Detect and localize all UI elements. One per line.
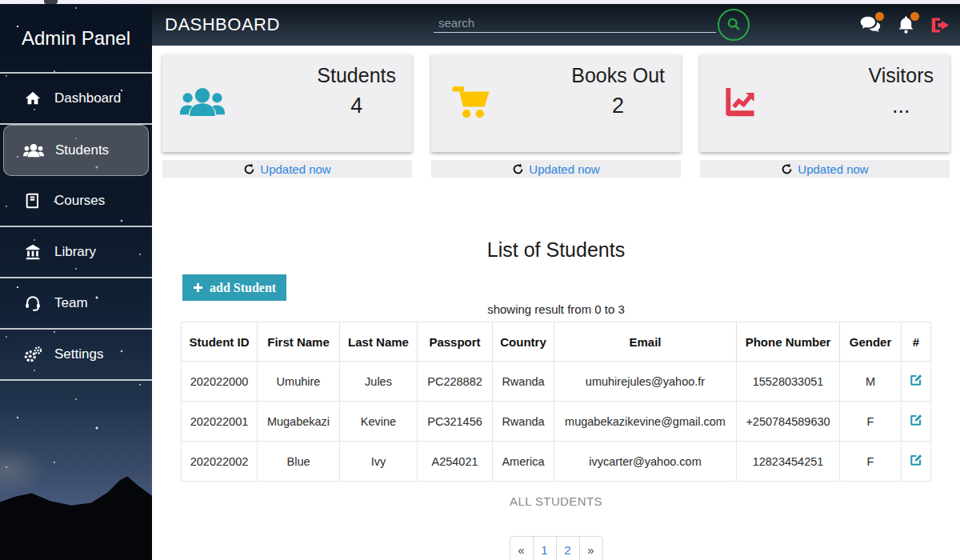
add-student-button[interactable]: add Student <box>182 274 286 301</box>
table-cell: 15528033051 <box>737 362 840 402</box>
refresh-icon <box>781 163 793 175</box>
table-cell-actions <box>902 402 931 442</box>
card-label: Students <box>317 64 396 87</box>
sidebar: Admin Panel Dashboard Students Courses L… <box>0 4 152 560</box>
stat-card-visitors: Visitors ... Updated now <box>700 54 950 178</box>
sidebar-item-dashboard[interactable]: Dashboard <box>0 74 152 125</box>
table-cell: mugabekazikevine@gmail.com <box>554 402 737 442</box>
table-cell: 202022002 <box>182 442 258 482</box>
stat-card-books-out: Books Out 2 Updated now <box>431 54 681 178</box>
search-icon <box>726 16 742 34</box>
card-status-text: Updated now <box>260 162 330 176</box>
stat-card-students: Students 4 Updated now <box>162 54 412 178</box>
column-phone-number: Phone Number <box>737 322 840 362</box>
students-table: Student IDFirst NameLast NamePassportCou… <box>181 322 931 482</box>
column-last-name: Last Name <box>340 322 418 362</box>
notification-badge <box>875 12 884 21</box>
home-icon <box>22 90 43 107</box>
updated-now-link[interactable]: Updated now <box>162 160 412 178</box>
page-2[interactable]: 2 <box>556 536 580 560</box>
cart-icon <box>449 83 494 121</box>
table-cell: umuhirejules@yahoo.fr <box>554 362 737 402</box>
page-prev[interactable]: « <box>510 536 534 560</box>
notification-badge <box>910 12 919 21</box>
library-icon <box>22 243 43 261</box>
book-icon <box>22 192 43 210</box>
section-title: List of Students <box>162 238 950 262</box>
table-cell: Mugabekazi <box>258 402 340 442</box>
sidebar-item-courses[interactable]: Courses <box>0 176 152 227</box>
browser-top-strip <box>0 0 960 4</box>
updated-now-link[interactable]: Updated now <box>431 160 681 178</box>
card-value: ... <box>892 94 910 118</box>
topbar-icon-cluster <box>860 4 950 46</box>
search-button[interactable] <box>718 9 750 41</box>
card-status-text: Updated now <box>798 162 868 176</box>
updated-now-link[interactable]: Updated now <box>700 160 950 178</box>
card-label: Books Out <box>571 64 665 87</box>
edit-icon[interactable] <box>909 413 923 427</box>
all-students-label: ALL STUDENTS <box>162 494 950 510</box>
table-cell: M <box>840 362 902 402</box>
users-icon <box>23 142 44 159</box>
stat-cards: Students 4 Updated now Books Out 2 Updat… <box>162 54 950 178</box>
column-first-name: First Name <box>258 322 340 362</box>
browser-chrome-artifact <box>44 0 58 4</box>
search-input[interactable] <box>434 14 716 33</box>
table-cell: Rwanda <box>493 362 554 402</box>
table-cell: America <box>493 442 554 482</box>
gears-icon <box>22 346 43 363</box>
bell-icon[interactable] <box>895 15 917 35</box>
column-passport: Passport <box>418 322 493 362</box>
table-cell: 12823454251 <box>737 442 840 482</box>
sidebar-nav: Dashboard Students Courses Library Team … <box>0 74 152 381</box>
refresh-icon <box>512 163 524 175</box>
table-cell-actions <box>902 442 931 482</box>
table-cell: 202022000 <box>182 362 258 402</box>
table-cell: 202022001 <box>182 402 258 442</box>
sign-out-icon[interactable] <box>930 16 950 34</box>
refresh-icon <box>243 163 255 175</box>
edit-icon[interactable] <box>909 373 923 387</box>
column-country: Country <box>493 322 554 362</box>
table-cell: A254021 <box>418 442 493 482</box>
sidebar-item-team[interactable]: Team <box>0 278 152 330</box>
table-row: 202022002BlueIvyA254021Americaivycarter@… <box>182 442 931 482</box>
card-value: 4 <box>350 94 362 118</box>
column-email: Email <box>554 322 737 362</box>
toolbar: add Student <box>162 274 950 301</box>
page-1[interactable]: 1 <box>533 536 557 560</box>
table-header-row: Student IDFirst NameLast NamePassportCou… <box>182 322 931 362</box>
card-label: Visitors <box>868 64 934 87</box>
sidebar-item-settings[interactable]: Settings <box>0 330 152 381</box>
page-title: DASHBOARD <box>152 14 280 35</box>
edit-icon[interactable] <box>909 453 923 467</box>
sidebar-title: Admin Panel <box>0 4 152 74</box>
users-icon <box>180 83 225 121</box>
table-cell: F <box>840 402 902 442</box>
table-row: 202022000UmuhireJulesPC228882Rwandaumuhi… <box>182 362 931 402</box>
app-root: Admin Panel Dashboard Students Courses L… <box>0 4 960 560</box>
table-cell: Rwanda <box>493 402 554 442</box>
table-cell-actions <box>902 362 931 402</box>
table-cell: Ivy <box>340 442 418 482</box>
column-gender: Gender <box>840 322 902 362</box>
chart-icon <box>718 83 762 121</box>
page-next[interactable]: » <box>579 536 603 560</box>
card-value: 2 <box>612 94 624 118</box>
table-cell: PC321456 <box>418 402 493 442</box>
table-cell: ivycarter@yahoo.com <box>554 442 737 482</box>
column-student-id: Student ID <box>182 322 258 362</box>
pagination: «12» <box>162 536 950 560</box>
table-cell: F <box>840 442 902 482</box>
search-field-wrap <box>434 14 716 33</box>
table-row: 202022001MugabekaziKevinePC321456Rwandam… <box>182 402 931 442</box>
sidebar-item-students[interactable]: Students <box>3 125 149 176</box>
comments-icon[interactable] <box>860 15 882 35</box>
table-cell: +250784589630 <box>737 402 840 442</box>
table-cell: Umuhire <box>258 362 340 402</box>
main-area: DASHBOARD <box>152 4 960 560</box>
table-cell: Jules <box>340 362 418 402</box>
sidebar-item-library[interactable]: Library <box>0 227 152 278</box>
table-cell: Blue <box>258 442 340 482</box>
